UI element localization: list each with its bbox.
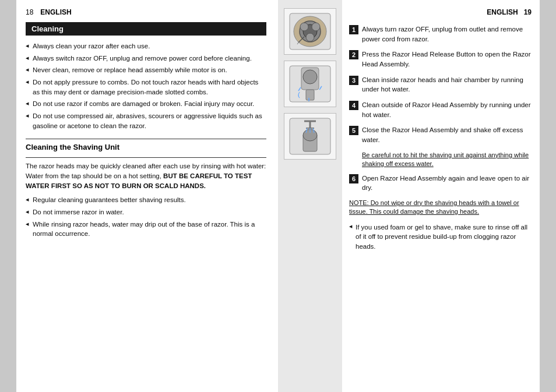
list-item: Do not use compressed air, abrasives, sc… [26, 111, 266, 130]
final-bullet-text: If you used foam or gel to shave, make s… [356, 223, 532, 252]
list-item: Do not use razor if combs are damaged or… [26, 99, 266, 109]
left-content: 18 ENGLISH Cleaning Always clean your ra… [16, 0, 278, 392]
list-item: Never clean, remove or replace head asse… [26, 65, 266, 75]
shaving-unit-paragraph: The razor heads may be quickly cleaned a… [26, 161, 266, 190]
right-page-header: ENGLISH 19 [349, 8, 532, 16]
list-item: Always switch razor OFF, unplug and remo… [26, 54, 266, 63]
step-5: 5 Close the Razor Head Assembly and shak… [349, 125, 532, 144]
svg-point-4 [300, 23, 308, 31]
step-3: 3 Clean inside razor heads and hair cham… [349, 75, 532, 94]
step-1: 1 Always turn razor OFF, unplug from out… [349, 24, 532, 44]
left-page-number: 18 [26, 8, 33, 16]
section-divider [26, 139, 266, 139]
step-text-5: Close the Razor Head Assembly and shake … [362, 125, 532, 144]
svg-point-5 [312, 23, 320, 31]
list-item: Do not apply pressure to combs. Do not t… [26, 77, 266, 97]
step-text-1: Always turn razor OFF, unplug from outle… [362, 24, 532, 44]
left-margin [0, 0, 16, 392]
step-text-3: Clean inside razor heads and hair chambe… [362, 75, 532, 94]
left-page: 18 ENGLISH Cleaning Always clean your ra… [0, 0, 278, 392]
step-number-2: 2 [349, 50, 358, 59]
step-text-6: Open Razor Head Assembly again and leave… [362, 174, 532, 193]
shaving-unit-heading: Cleaning the Shaving Unit [26, 143, 266, 151]
svg-point-6 [306, 33, 314, 41]
list-item: Do not immerse razor in water. [26, 207, 266, 217]
left-page-header: 18 ENGLISH [26, 8, 266, 16]
right-page: ENGLISH 19 1 Always turn razor OFF, unpl… [278, 0, 556, 392]
list-item: Regular cleaning guarantees better shavi… [26, 195, 266, 205]
step-text-2: Press the Razor Head Release Button to o… [362, 50, 532, 69]
section-divider-2 [26, 157, 266, 158]
step-number-6: 6 [349, 174, 358, 183]
right-page-number: 19 [524, 8, 532, 16]
list-item: Always clean your razor after each use. [26, 41, 266, 51]
right-lang-label: ENGLISH [487, 8, 518, 16]
step-text-4: Clean outside of Razor Head Assembly by … [362, 100, 532, 119]
cleaning-title: Cleaning [26, 22, 266, 36]
shaving-unit-bullets: Regular cleaning guarantees better shavi… [26, 195, 266, 239]
final-bullet: If you used foam or gel to shave, make s… [349, 223, 532, 252]
list-item: While rinsing razor heads, water may dri… [26, 220, 266, 239]
left-lang-label: ENGLISH [40, 8, 71, 16]
step-2: 2 Press the Razor Head Release Button to… [349, 50, 532, 69]
step-number-3: 3 [349, 76, 358, 85]
step-number-1: 1 [349, 25, 358, 34]
svg-point-11 [303, 70, 317, 84]
step-4: 4 Clean outside of Razor Head Assembly b… [349, 100, 532, 119]
instructions-column: ENGLISH 19 1 Always turn razor OFF, unpl… [342, 0, 540, 392]
razor-image-2 [284, 61, 336, 107]
image-column [278, 0, 342, 392]
svg-rect-15 [306, 90, 314, 100]
note-text: NOTE: Do not wipe or dry the shaving hea… [349, 199, 532, 217]
razor-image-3 [284, 113, 336, 160]
step-number-4: 4 [349, 101, 358, 110]
step-5-sub-text: Be careful not to hit the shaving unit a… [362, 151, 532, 169]
razor-image-1 [284, 8, 336, 55]
step-6: 6 Open Razor Head Assembly again and lea… [349, 174, 532, 193]
cleaning-bullets: Always clean your razor after each use. … [26, 41, 266, 130]
right-content: ENGLISH 19 1 Always turn razor OFF, unpl… [278, 0, 540, 392]
step-number-5: 5 [349, 126, 358, 135]
right-margin [540, 0, 556, 392]
